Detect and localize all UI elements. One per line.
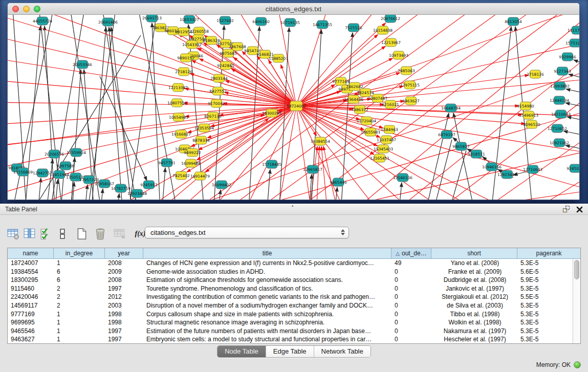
column-header-pagerank[interactable]: pagerank: [517, 248, 580, 258]
table-row[interactable]: 946362711997Embryonic stem cells: a mode…: [8, 335, 573, 343]
merge-rows-icon[interactable]: [54, 226, 71, 242]
cell-year: 1997: [105, 285, 143, 293]
graph-node[interactable]: 7515526: [345, 24, 362, 32]
graph-node[interactable]: 12710643: [523, 165, 542, 173]
table-row[interactable]: 1872400712008Changes of HCN gene express…: [8, 259, 573, 268]
graph-node[interactable]: 12975115: [400, 81, 420, 89]
graph-node[interactable]: 2718126: [175, 68, 192, 76]
graph-node[interactable]: 44055724: [33, 17, 52, 25]
graph-node[interactable]: 10653327: [180, 15, 199, 24]
graph-node[interactable]: 20876612: [381, 15, 400, 23]
table-row[interactable]: 911546021997Tourette syndrome. Phenomeno…: [8, 285, 573, 293]
close-button[interactable]: [12, 6, 19, 12]
graph-node[interactable]: 6466160: [252, 17, 270, 26]
tab-network-table[interactable]: Network Table: [314, 346, 371, 357]
svg-text:8813054: 8813054: [505, 19, 522, 24]
cell-pagerank: 5.9E-5: [517, 276, 573, 285]
column-header-name[interactable]: name: [8, 248, 54, 258]
tab-node-table[interactable]: Node Table: [217, 346, 266, 357]
table-row[interactable]: 977716911998Corpus callosum shape and si…: [8, 310, 573, 319]
graph-node[interactable]: 1527602: [216, 16, 234, 25]
row-selection-icon[interactable]: [38, 226, 54, 242]
graph-node[interactable]: 12923446: [497, 170, 517, 179]
graph-node[interactable]: 12165451: [370, 154, 389, 162]
graph-node[interactable]: 15751074: [565, 39, 579, 47]
graph-node[interactable]: 26691713: [142, 15, 162, 22]
graph-node[interactable]: 9329966: [559, 53, 576, 61]
graph-node[interactable]: 15496913: [519, 111, 538, 119]
graph-node[interactable]: 7485063: [398, 67, 415, 75]
new-file-icon[interactable]: [74, 226, 90, 242]
zoom-button[interactable]: [34, 6, 40, 12]
graph-node[interactable]: 16154838: [373, 26, 393, 34]
table-row[interactable]: 1456911722003Disruption of a novel membe…: [8, 301, 573, 310]
graph-node[interactable]: 7386372: [351, 105, 368, 114]
table-vertical-scrollbar[interactable]: [573, 259, 580, 343]
tab-edge-table[interactable]: Edge Table: [266, 346, 314, 357]
delete-icon[interactable]: [92, 226, 108, 242]
graph-node[interactable]: 9457791: [158, 159, 176, 167]
graph-node[interactable]: 9227343: [554, 67, 571, 75]
graph-node[interactable]: 10807554: [167, 99, 187, 107]
table-row[interactable]: 2242004622012Investigating the contribut…: [8, 293, 573, 301]
cell-short: Dudbridge et al. (2008): [431, 276, 517, 285]
graph-node[interactable]: 9245912: [140, 181, 158, 189]
graph-node[interactable]: 20206576: [45, 150, 64, 158]
network-window[interactable]: citations_edges.txt 74638229860128891295…: [7, 3, 580, 200]
graph-node[interactable]: 8096520: [523, 120, 540, 128]
graph-node[interactable]: 17359924: [67, 148, 86, 157]
graph-node[interactable]: 2718126: [527, 70, 544, 78]
graph-node[interactable]: 9463627: [402, 97, 420, 105]
graph-node[interactable]: 14671355: [313, 20, 332, 29]
table-row[interactable]: 946554611997Estimation of the future num…: [8, 327, 573, 336]
minimize-button[interactable]: [23, 6, 30, 12]
column-header-in_degree[interactable]: in_degree: [54, 248, 105, 258]
graph-node[interactable]: 8813054: [505, 17, 522, 26]
citation-graph[interactable]: 7463822986012889129542226055898275081054…: [8, 15, 579, 200]
graph-node[interactable]: 6879197: [438, 130, 455, 139]
graph-node[interactable]: 11037487: [377, 136, 396, 144]
graph-node[interactable]: 9397588: [57, 162, 74, 170]
scrollbar-thumb[interactable]: [574, 260, 579, 279]
graph-node[interactable]: 11117304: [568, 26, 579, 34]
delete-table-icon[interactable]: [112, 226, 128, 242]
graph-node[interactable]: 19384554: [311, 137, 330, 145]
graph-edge: [567, 117, 579, 123]
graph-node[interactable]: 8878334: [192, 136, 210, 144]
graph-node[interactable]: 8427552: [209, 87, 227, 95]
graph-node[interactable]: 9245012: [567, 164, 579, 172]
graph-node[interactable]: 7425402: [172, 171, 190, 180]
graph-node[interactable]: 10973493: [389, 51, 408, 59]
graph-node[interactable]: 10654983: [169, 113, 188, 121]
graph-node[interactable]: 15720404: [357, 117, 376, 125]
cell-short: Jankovic et al. (1997): [431, 285, 517, 293]
float-panel-icon[interactable]: [562, 205, 570, 215]
table-source-select[interactable]: citations_edges.txt: [145, 227, 349, 238]
graph-node[interactable]: 12093882: [550, 82, 570, 90]
graph-node[interactable]: 1584963: [381, 125, 398, 134]
graph-node[interactable]: 15718485: [262, 160, 281, 168]
graph-node[interactable]: 9154980: [517, 102, 534, 110]
graph-node[interactable]: 16099488: [181, 159, 201, 167]
graph-node[interactable]: 12213387: [168, 83, 188, 92]
column-header-title[interactable]: title: [143, 248, 391, 258]
column-visibility-icon[interactable]: [21, 226, 38, 242]
graph-node[interactable]: 2803144: [210, 74, 228, 82]
cell-short: Hescheler et al. (1997): [431, 335, 517, 343]
column-header-year[interactable]: year: [105, 248, 143, 258]
table-row[interactable]: 969969511998Structural magnetic resonanc…: [8, 318, 573, 327]
network-window-titlebar[interactable]: citations_edges.txt: [8, 3, 579, 15]
graph-node[interactable]: 16914479: [190, 172, 210, 180]
column-header-out_de[interactable]: △out_de…: [391, 248, 431, 258]
column-header-short[interactable]: short: [431, 248, 517, 258]
graph-node[interactable]: 10719135: [280, 18, 300, 27]
table-settings-icon[interactable]: [5, 226, 21, 242]
table-row[interactable]: 1938455462009Genome-wide association stu…: [8, 268, 573, 276]
graph-node[interactable]: 12046106: [393, 173, 412, 182]
table-row[interactable]: 1830029562008Estimation of significance …: [8, 276, 573, 285]
graph-node[interactable]: 20691406: [98, 18, 118, 26]
graph-node[interactable]: 9170042: [208, 99, 225, 107]
splitter-handle-icon[interactable]: ▴: [292, 204, 294, 208]
close-panel-icon[interactable]: [576, 206, 583, 215]
network-canvas[interactable]: 7463822986012889129542226055898275081054…: [8, 15, 579, 200]
